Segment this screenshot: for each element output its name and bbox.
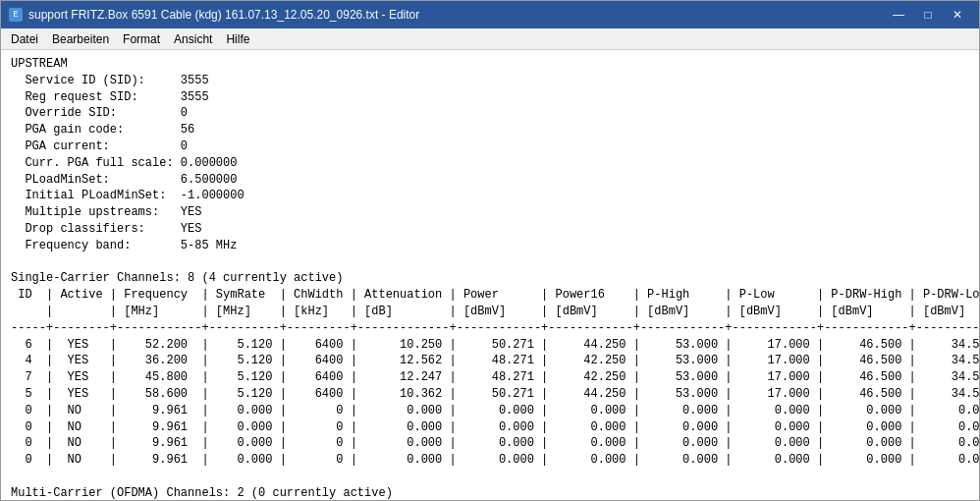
main-window: E support FRITZ.Box 6591 Cable (kdg) 161… bbox=[0, 0, 980, 501]
menu-datei[interactable]: Datei bbox=[5, 30, 44, 48]
title-bar: E support FRITZ.Box 6591 Cable (kdg) 161… bbox=[1, 1, 979, 28]
menu-hilfe[interactable]: Hilfe bbox=[220, 30, 255, 48]
close-button[interactable]: ✕ bbox=[944, 5, 971, 25]
menu-bar: Datei Bearbeiten Format Ansicht Hilfe bbox=[1, 28, 979, 50]
title-bar-left: E support FRITZ.Box 6591 Cable (kdg) 161… bbox=[9, 8, 419, 22]
window-controls: — □ ✕ bbox=[885, 5, 971, 25]
window-title: support FRITZ.Box 6591 Cable (kdg) 161.0… bbox=[28, 8, 419, 22]
menu-ansicht[interactable]: Ansicht bbox=[168, 30, 218, 48]
minimize-button[interactable]: — bbox=[885, 5, 912, 25]
app-icon: E bbox=[9, 8, 23, 22]
text-content[interactable]: UPSTREAM Service ID (SID): 3555 Reg requ… bbox=[1, 50, 979, 500]
menu-bearbeiten[interactable]: Bearbeiten bbox=[46, 30, 115, 48]
maximize-button[interactable]: □ bbox=[914, 5, 942, 25]
menu-format[interactable]: Format bbox=[117, 30, 166, 48]
